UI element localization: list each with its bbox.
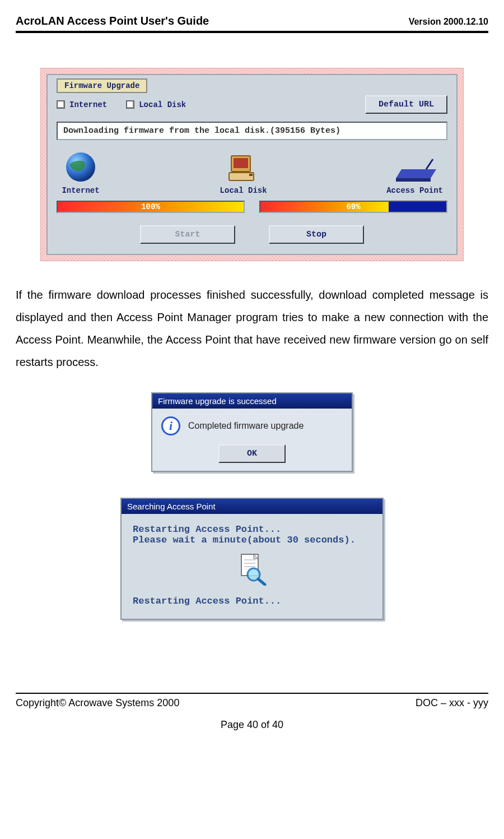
localdisk-checkbox[interactable]: Local Disk bbox=[126, 100, 186, 109]
firmware-screenshot: Firmware Upgrade Internet Local Disk Def… bbox=[40, 68, 464, 261]
search-document-icon bbox=[237, 553, 267, 586]
start-button[interactable]: Start bbox=[140, 225, 235, 244]
progress-pct-1: 100% bbox=[58, 202, 244, 212]
stop-button[interactable]: Stop bbox=[269, 225, 364, 244]
svg-line-11 bbox=[258, 579, 265, 585]
globe-icon bbox=[61, 151, 100, 183]
searching-line3: Restarting Access Point... bbox=[133, 596, 371, 606]
internet-icon-label: Internet bbox=[62, 186, 99, 195]
internet-checkbox-label: Internet bbox=[69, 100, 107, 109]
svg-rect-2 bbox=[234, 158, 248, 168]
firmware-panel: Firmware Upgrade Internet Local Disk Def… bbox=[46, 74, 458, 255]
progress-pct-2: 69% bbox=[260, 202, 446, 212]
computer-icon bbox=[228, 154, 259, 183]
body-paragraph: If the firmware download processes finis… bbox=[16, 284, 488, 373]
searching-line1: Restarting Access Point... bbox=[133, 524, 371, 535]
localdisk-icon-label: Local Disk bbox=[220, 186, 267, 195]
success-dialog-title: Firmware upgrade is successed bbox=[152, 393, 352, 409]
status-text-field: Downloading firmware from the local disk… bbox=[57, 122, 447, 140]
success-dialog: Firmware upgrade is successed i Complete… bbox=[151, 392, 353, 472]
progress-bar-upload: 69% bbox=[259, 201, 447, 213]
internet-checkbox[interactable]: Internet bbox=[57, 100, 107, 109]
svg-line-5 bbox=[426, 159, 433, 169]
footer-doc: DOC – xxx - yyy bbox=[416, 697, 488, 709]
searching-dialog-title: Searching Access Point bbox=[122, 499, 382, 514]
checkbox-icon bbox=[126, 100, 134, 109]
svg-rect-4 bbox=[249, 174, 253, 176]
ap-icon-label: Access Point bbox=[386, 186, 443, 195]
ok-button[interactable]: OK bbox=[218, 444, 286, 463]
searching-dialog: Searching Access Point Restarting Access… bbox=[120, 498, 384, 620]
localdisk-checkbox-label: Local Disk bbox=[139, 100, 186, 109]
firmware-group-label: Firmware Upgrade bbox=[57, 78, 147, 93]
access-point-icon bbox=[391, 157, 438, 183]
page-number: Page 40 of 40 bbox=[16, 719, 488, 731]
header-rule bbox=[16, 31, 488, 33]
doc-version: Version 2000.12.10 bbox=[409, 17, 488, 27]
progress-bar-download: 100% bbox=[57, 201, 245, 213]
footer-rule bbox=[16, 693, 488, 694]
success-dialog-message: Completed firmware upgrade bbox=[188, 421, 304, 431]
default-url-button[interactable]: Default URL bbox=[365, 95, 447, 114]
info-icon: i bbox=[161, 416, 180, 435]
footer-copyright: Copyright© Acrowave Systems 2000 bbox=[16, 697, 179, 709]
searching-line2: Please wait a minute(about 30 seconds). bbox=[133, 535, 371, 545]
checkbox-icon bbox=[57, 100, 65, 109]
doc-title: AcroLAN Access Point User's Guide bbox=[16, 15, 209, 27]
